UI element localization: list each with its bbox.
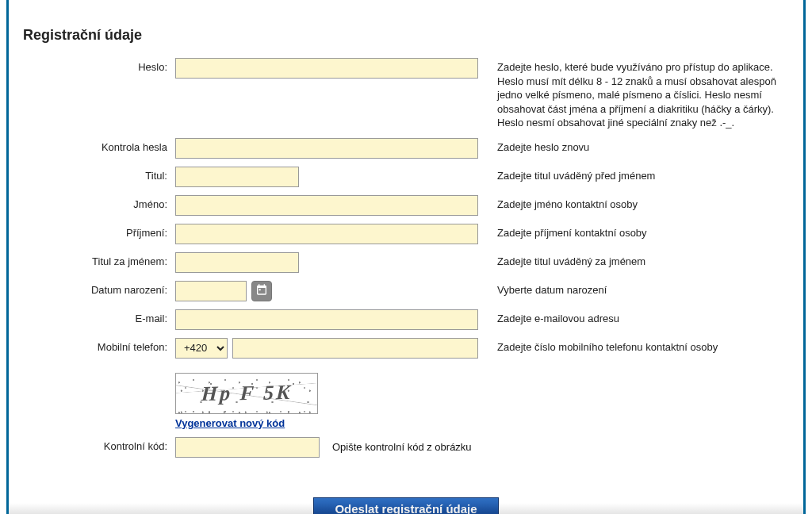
title-after-field[interactable] bbox=[175, 252, 299, 273]
birthdate-field[interactable] bbox=[175, 281, 247, 301]
label-lastname: Příjmení: bbox=[9, 224, 175, 239]
calendar-button[interactable] bbox=[251, 281, 272, 301]
hint-phone: Zadejte číslo mobilního telefonu kontakt… bbox=[486, 338, 803, 355]
submit-button[interactable]: Odeslat registrační údaje bbox=[313, 497, 498, 514]
label-phone: Mobilní telefon: bbox=[9, 338, 175, 353]
hint-password-confirm: Zadejte heslo znovu bbox=[486, 138, 803, 155]
captcha-text: Hp F 5K bbox=[201, 381, 293, 406]
hint-firstname: Zadejte jméno kontaktní osoby bbox=[486, 195, 803, 212]
hint-title-after: Zadejte titul uváděný za jménem bbox=[486, 252, 803, 269]
label-title-before: Titul: bbox=[9, 167, 175, 182]
label-birthdate: Datum narození: bbox=[9, 281, 175, 296]
label-email: E-mail: bbox=[9, 309, 175, 324]
regenerate-captcha-link[interactable]: Vygenerovat nový kód bbox=[175, 417, 285, 429]
label-title-after: Titul za jménem: bbox=[9, 252, 175, 267]
label-firstname: Jméno: bbox=[9, 195, 175, 210]
hint-email: Zadejte e-mailovou adresu bbox=[486, 309, 803, 326]
password-confirm-field[interactable] bbox=[175, 138, 478, 159]
captcha-code-field[interactable] bbox=[175, 437, 320, 458]
captcha-image: Hp F 5K bbox=[175, 373, 318, 414]
label-password: Heslo: bbox=[9, 58, 175, 73]
hint-password: Zadejte heslo, které bude využíváno pro … bbox=[486, 58, 803, 130]
password-field[interactable] bbox=[175, 58, 478, 79]
label-password-confirm: Kontrola hesla bbox=[9, 138, 175, 153]
phone-prefix-select[interactable]: +420 bbox=[175, 338, 228, 359]
title-before-field[interactable] bbox=[175, 167, 299, 187]
hint-title-before: Zadejte titul uváděný před jménem bbox=[486, 167, 803, 183]
calendar-icon bbox=[255, 283, 268, 298]
section-title: Registrační údaje bbox=[9, 5, 803, 44]
firstname-field[interactable] bbox=[175, 195, 478, 216]
label-code: Kontrolní kód: bbox=[9, 437, 175, 452]
email-field[interactable] bbox=[175, 309, 478, 330]
hint-birthdate: Vyberte datum narození bbox=[486, 281, 803, 297]
phone-number-field[interactable] bbox=[232, 338, 478, 359]
registration-form: Heslo: Zadejte heslo, které bude využívá… bbox=[9, 58, 803, 514]
hint-code: Opište kontrolní kód z obrázku bbox=[332, 441, 472, 453]
lastname-field[interactable] bbox=[175, 224, 478, 244]
hint-lastname: Zadejte příjmení kontaktní osoby bbox=[486, 224, 803, 240]
